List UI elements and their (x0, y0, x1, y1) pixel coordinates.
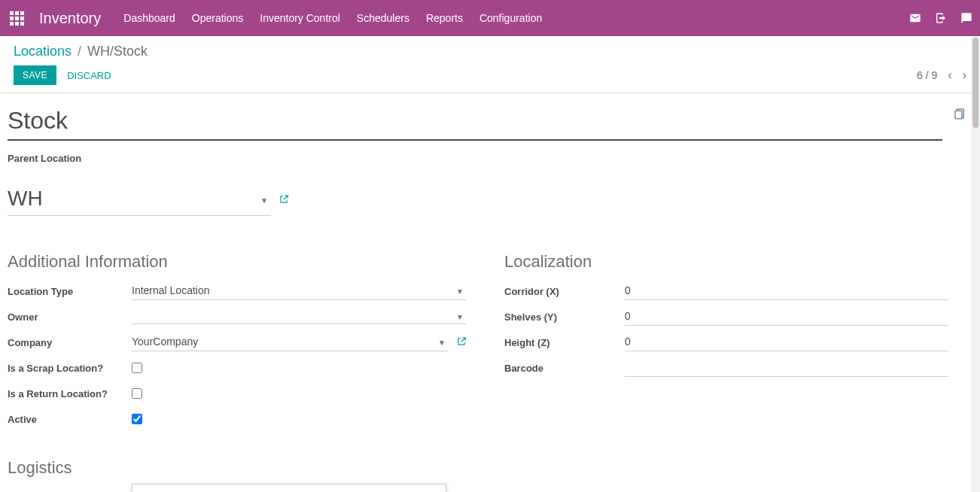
right-column: Localization Corridor (X) Shelves (Y) He… (504, 252, 963, 492)
pager: 6 / 9 ‹ › (917, 68, 966, 82)
caret-down-icon[interactable]: ▼ (438, 338, 446, 346)
parent-location-field[interactable]: WH ▼ (8, 185, 271, 216)
location-type-label: Location Type (8, 286, 132, 297)
app-title: Inventory (39, 10, 101, 27)
pager-prev-icon[interactable]: ‹ (948, 68, 951, 82)
form-sheet: Stock Parent Location WH ▼ Additional In… (0, 93, 980, 492)
menu-dashboard[interactable]: Dashboard (123, 12, 175, 24)
parent-location-label: Parent Location (8, 153, 966, 164)
left-column: Additional Information Location Type Int… (8, 252, 467, 492)
menu-schedulers[interactable]: Schedulers (357, 12, 409, 24)
main-menu: Dashboard Operations Inventory Control S… (123, 12, 909, 24)
is-return-label: Is a Return Location? (8, 388, 132, 399)
discard-button[interactable]: DISCARD (67, 70, 111, 81)
barcode-input[interactable] (625, 360, 948, 377)
external-link-icon[interactable] (278, 194, 289, 207)
top-navbar: Inventory Dashboard Operations Inventory… (0, 0, 980, 36)
is-scrap-checkbox[interactable] (132, 363, 142, 373)
active-checkbox[interactable] (132, 414, 142, 424)
control-panel: Locations / WH/Stock SAVE DISCARD 6 / 9 … (0, 36, 980, 93)
breadcrumb: Locations / WH/Stock (14, 44, 966, 59)
company-field[interactable]: YourCompany ▼ (132, 334, 449, 351)
scrollbar[interactable] (971, 36, 980, 492)
is-scrap-label: Is a Scrap Location? (8, 363, 132, 374)
company-label: Company (8, 337, 132, 348)
pager-next-icon[interactable]: › (963, 68, 966, 82)
menu-reports[interactable]: Reports (426, 12, 463, 24)
location-type-field[interactable]: Internal Location ▼ (132, 283, 467, 300)
section-localization: Localization (504, 252, 963, 272)
chat-icon[interactable] (960, 12, 972, 24)
dropdown-create-and-edit[interactable]: Create and Edit... (132, 484, 446, 492)
shelves-label: Shelves (Y) (504, 311, 625, 323)
section-logistics: Logistics (8, 458, 467, 478)
breadcrumb-current: WH/Stock (87, 44, 148, 59)
corridor-label: Corridor (X) (504, 286, 625, 297)
shelves-input[interactable] (625, 308, 948, 326)
corridor-input[interactable] (625, 283, 948, 300)
caret-down-icon[interactable]: ▼ (260, 196, 268, 205)
logout-icon[interactable] (935, 12, 947, 24)
caret-down-icon[interactable]: ▼ (456, 312, 464, 320)
active-label: Active (8, 414, 132, 425)
external-link-icon[interactable] (456, 336, 467, 349)
svg-rect-1 (955, 111, 962, 119)
owner-label: Owner (8, 311, 132, 323)
height-label: Height (Z) (504, 337, 625, 348)
mail-icon[interactable] (909, 12, 921, 24)
apps-icon[interactable] (8, 9, 26, 27)
save-button[interactable]: SAVE (14, 65, 56, 85)
barcode-label: Barcode (504, 363, 625, 374)
scrollbar-thumb[interactable] (972, 38, 978, 128)
section-additional-info: Additional Information (8, 252, 467, 272)
menu-inventory-control[interactable]: Inventory Control (260, 12, 340, 24)
menu-configuration[interactable]: Configuration (479, 12, 542, 24)
record-title-input[interactable]: Stock (8, 107, 942, 141)
clipboard-icon[interactable] (953, 107, 966, 123)
pager-text: 6 / 9 (917, 69, 937, 81)
parent-location-value: WH (8, 187, 43, 210)
height-input[interactable] (625, 334, 948, 351)
owner-field[interactable]: ▼ (132, 309, 467, 324)
menu-operations[interactable]: Operations (192, 12, 243, 24)
removal-strategy-dropdown: Create and Edit... (132, 484, 446, 492)
top-icons (909, 12, 972, 24)
caret-down-icon[interactable]: ▼ (456, 287, 464, 295)
breadcrumb-parent[interactable]: Locations (14, 44, 72, 59)
is-return-checkbox[interactable] (132, 388, 142, 399)
